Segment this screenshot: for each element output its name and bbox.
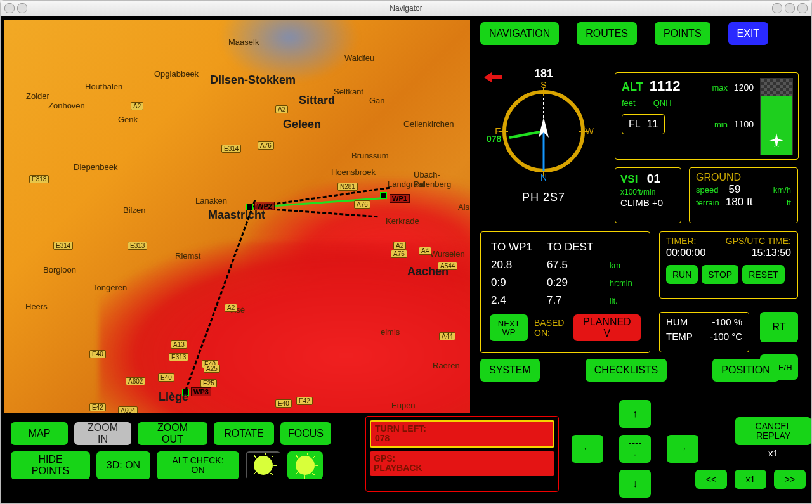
road-badge: E40 <box>89 350 106 358</box>
timer-label: TIMER: <box>666 236 696 246</box>
pan-left-button[interactable]: ← <box>572 435 603 463</box>
city-label: Raeren <box>433 361 460 370</box>
pan-up-button[interactable]: ↑ <box>619 400 651 428</box>
cancel-replay-button[interactable]: CANCEL REPLAY <box>735 417 811 445</box>
maximize-button[interactable] <box>785 3 795 13</box>
city-label: Wurselen <box>430 249 465 259</box>
road-badge: A2 <box>225 304 237 312</box>
close-button[interactable] <box>797 3 808 13</box>
hide-points-button[interactable]: HIDE POINTS <box>11 451 90 479</box>
run-button[interactable]: RUN <box>666 265 698 284</box>
vsi-unit: x100ft/min <box>620 188 655 197</box>
vsi-panel: VSI 01 x100ft/min CLIMB +0 <box>615 167 681 223</box>
city-label: Houthalen <box>85 82 122 91</box>
compass-panel: 181 S N E W 078 PH 2S7 <box>480 67 607 204</box>
city-label: Genk <box>118 115 138 124</box>
alt-max-label: max <box>712 83 728 93</box>
pan-center-button[interactable]: ----- <box>619 435 651 463</box>
replay-speed-button[interactable]: x1 <box>735 470 766 489</box>
exit-button[interactable]: EXIT <box>728 22 769 45</box>
map-button[interactable]: MAP <box>11 422 68 445</box>
road-badge: A602 <box>126 377 145 385</box>
zoom-out-button[interactable]: ZOOM OUT <box>138 422 207 445</box>
app-menu-icon[interactable] <box>4 3 15 13</box>
fuel-dest: 7.7 <box>546 292 608 309</box>
city-label: Heers <box>25 302 48 311</box>
stop-button[interactable]: STOP <box>702 265 738 284</box>
city-label: Bilzen <box>123 205 145 215</box>
dist-wp: 20.8 <box>490 256 546 274</box>
flight-level-box[interactable]: FL 11 <box>622 114 665 134</box>
city-label: Geilenkirchen <box>403 119 454 129</box>
checklists-button[interactable]: CHECKLISTS <box>586 359 667 382</box>
dist-unit: km <box>608 256 641 274</box>
road-badge: A2 <box>393 242 406 250</box>
hum-label: HUM <box>666 316 688 327</box>
app-window: Navigator WP2 WP1 WP3 Dilsen-Stok <box>0 0 812 504</box>
ground-panel: GROUND speed 59 km/h terrain 180 ft ft <box>689 167 798 223</box>
replay-panel: CANCEL REPLAY x1 <box>735 417 811 458</box>
vsi-climb: CLIMB +0 <box>620 197 663 208</box>
routes-button[interactable]: ROUTES <box>577 22 637 45</box>
to-wp-header: TO WP1 <box>490 238 546 256</box>
alt-min-label: min <box>714 120 728 129</box>
navigation-button[interactable]: NAVIGATION <box>480 22 559 45</box>
minimize-button[interactable] <box>772 3 782 13</box>
road-badge: A544 <box>438 262 457 270</box>
hum-value: -100 % <box>712 316 742 327</box>
rt-button[interactable]: RT <box>760 312 798 342</box>
pan-down-button[interactable]: ↓ <box>619 470 651 498</box>
road-badge: E40 <box>158 373 174 382</box>
reset-button[interactable]: RESET <box>742 265 785 284</box>
qnh-label[interactable]: QNH <box>653 98 672 108</box>
ground-terrain-unit: ft <box>787 198 791 207</box>
city-label: Brunssum <box>351 151 389 160</box>
city-label: Maaselk <box>228 37 259 47</box>
timer-value: 00:00:00 <box>666 247 705 259</box>
brightness-up-button[interactable] <box>287 451 323 479</box>
rotate-button[interactable]: ROTATE <box>214 422 274 445</box>
city-label: elmis <box>381 327 400 337</box>
zoom-in-button[interactable]: ZOOM IN <box>74 422 131 445</box>
points-button[interactable]: POINTS <box>655 22 710 45</box>
road-badge: A4 <box>419 247 431 255</box>
vsi-value: 01 <box>647 172 660 185</box>
road-badge: E313 <box>29 175 49 183</box>
system-button[interactable]: SYSTEM <box>480 359 540 382</box>
brightness-down-button[interactable] <box>246 451 281 479</box>
time-wp: 0:9 <box>490 274 546 292</box>
city-label: Gan <box>369 96 385 105</box>
city-label: Geleen <box>283 118 321 131</box>
pan-right-button[interactable]: → <box>667 435 698 463</box>
turn-alert: TURN LEFT:078 <box>370 420 554 448</box>
dist-dest: 67.5 <box>546 256 608 274</box>
road-badge: A2 <box>131 102 143 110</box>
road-badge: E314 <box>221 145 241 153</box>
environment-panel: HUM -100 % TEMP -100 °C <box>659 312 749 352</box>
alt-check-button[interactable]: ALT CHECK: ON <box>157 451 239 479</box>
position-button[interactable]: POSITION <box>712 359 778 382</box>
map-view[interactable]: WP2 WP1 WP3 Dilsen-Stokkem Sittard Gelee… <box>4 20 470 413</box>
ground-title: GROUND <box>696 172 791 183</box>
fuel-wp: 2.4 <box>490 292 546 309</box>
planned-v-button[interactable]: PLANNED V <box>573 314 641 341</box>
vsi-label: VSI <box>620 173 638 185</box>
replay-forward-button[interactable]: >> <box>774 470 806 489</box>
replay-rewind-button[interactable]: << <box>695 470 727 489</box>
city-label: Diepenbeek <box>74 162 117 172</box>
ground-terrain-label: terrain <box>696 198 719 207</box>
temp-label: TEMP <box>666 331 693 342</box>
waypoint-marker[interactable] <box>380 192 387 199</box>
focus-button[interactable]: FOCUS <box>280 422 331 445</box>
road-badge: E42 <box>89 403 106 411</box>
sun-icon <box>297 457 313 474</box>
alt-unit: feet <box>622 98 636 108</box>
next-wp-button[interactable]: NEXT WP <box>490 314 528 341</box>
plane-icon <box>768 132 785 148</box>
road-badge: E314 <box>53 242 73 250</box>
ground-speed-value: 59 <box>728 183 740 196</box>
altitude-panel: ALT 1112 max 1200 feet QNH FL 11 min 110… <box>615 72 799 160</box>
city-label: Zonhoven <box>48 101 85 110</box>
3d-toggle-button[interactable]: 3D: ON <box>96 451 150 479</box>
city-label: Dilsen-Stokkem <box>210 74 296 87</box>
